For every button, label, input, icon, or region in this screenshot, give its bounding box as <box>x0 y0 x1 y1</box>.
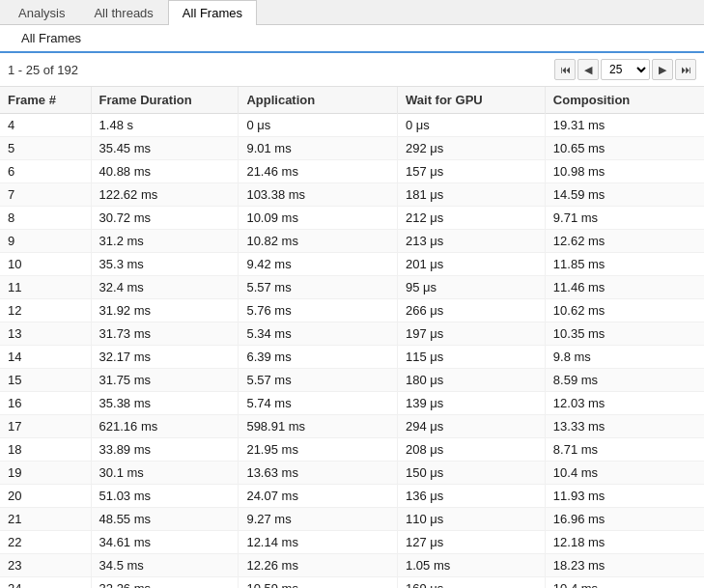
table-row[interactable]: 1833.89 ms21.95 ms208 μs8.71 ms <box>0 438 704 462</box>
page-size-select[interactable]: 10 25 50 100 <box>601 59 650 80</box>
table-cell: 95 μs <box>398 276 546 299</box>
table-cell: 103.38 ms <box>239 183 398 207</box>
tab-all-frames[interactable]: All Frames <box>168 0 257 25</box>
table-cell: 21.46 ms <box>239 160 398 183</box>
col-header-duration[interactable]: Frame Duration <box>91 87 239 114</box>
table-cell: 9 <box>0 230 91 253</box>
table-cell: 14 <box>0 346 91 369</box>
table-cell: 8.71 ms <box>545 438 704 462</box>
subtab-all-frames[interactable]: All Frames <box>8 25 95 53</box>
table-cell: 7 <box>0 183 91 207</box>
table-cell: 31.2 ms <box>91 230 239 253</box>
range-label: 1 - 25 of 192 <box>8 63 549 77</box>
nav-controls: ⏮ ◀ 10 25 50 100 ▶ ⏭ <box>554 59 696 80</box>
table-row[interactable]: 7122.62 ms103.38 ms181 μs14.59 ms <box>0 183 704 207</box>
table-cell: 13 <box>0 322 91 346</box>
table-cell: 5 <box>0 137 91 160</box>
table-row[interactable]: 1930.1 ms13.63 ms150 μs10.4 ms <box>0 462 704 485</box>
table-cell: 51.03 ms <box>91 485 239 508</box>
table-cell: 19 <box>0 462 91 485</box>
table-cell: 32.26 ms <box>91 577 239 589</box>
table-cell: 32.4 ms <box>91 276 239 299</box>
table-cell: 9.01 ms <box>239 137 398 160</box>
table-cell: 17 <box>0 415 91 438</box>
table-cell: 201 μs <box>398 253 546 276</box>
table-cell: 12.03 ms <box>545 392 704 415</box>
table-cell: 30.1 ms <box>91 462 239 485</box>
pagination-toolbar: 1 - 25 of 192 ⏮ ◀ 10 25 50 100 ▶ ⏭ <box>0 53 704 87</box>
table-cell: 31.73 ms <box>91 322 239 346</box>
table-cell: 12.26 ms <box>239 554 398 577</box>
table-row[interactable]: 1531.75 ms5.57 ms180 μs8.59 ms <box>0 369 704 392</box>
table-row[interactable]: 640.88 ms21.46 ms157 μs10.98 ms <box>0 160 704 183</box>
table-cell: 8.59 ms <box>545 369 704 392</box>
table-cell: 35.3 ms <box>91 253 239 276</box>
table-cell: 21.95 ms <box>239 438 398 462</box>
table-cell: 6.39 ms <box>239 346 398 369</box>
table-cell: 16 <box>0 392 91 415</box>
table-cell: 169 μs <box>398 577 546 589</box>
table-row[interactable]: 535.45 ms9.01 ms292 μs10.65 ms <box>0 137 704 160</box>
tab-all-threads[interactable]: All threads <box>79 0 167 25</box>
table-cell: 10.82 ms <box>239 230 398 253</box>
table-cell: 9.71 ms <box>545 207 704 230</box>
table-cell: 23 <box>0 554 91 577</box>
col-header-gpu[interactable]: Wait for GPU <box>398 87 546 114</box>
table-cell: 127 μs <box>398 531 546 554</box>
table-cell: 5.34 ms <box>239 322 398 346</box>
table-cell: 32.17 ms <box>91 346 239 369</box>
table-cell: 180 μs <box>398 369 546 392</box>
col-header-composition[interactable]: Composition <box>545 87 704 114</box>
table-cell: 10.62 ms <box>545 299 704 322</box>
table-cell: 10.09 ms <box>239 207 398 230</box>
table-cell: 213 μs <box>398 230 546 253</box>
table-row[interactable]: 2432.26 ms10.59 ms169 μs10.4 ms <box>0 577 704 589</box>
table-row[interactable]: 830.72 ms10.09 ms212 μs9.71 ms <box>0 207 704 230</box>
table-cell: 5.76 ms <box>239 299 398 322</box>
last-page-button[interactable]: ⏭ <box>675 59 696 80</box>
table-cell: 115 μs <box>398 346 546 369</box>
table-row[interactable]: 1331.73 ms5.34 ms197 μs10.35 ms <box>0 322 704 346</box>
table-row[interactable]: 1635.38 ms5.74 ms139 μs12.03 ms <box>0 392 704 415</box>
next-page-button[interactable]: ▶ <box>652 59 673 80</box>
table-cell: 11.85 ms <box>545 253 704 276</box>
frames-table: Frame # Frame Duration Application Wait … <box>0 87 704 588</box>
table-cell: 14.59 ms <box>545 183 704 207</box>
table-cell: 9.42 ms <box>239 253 398 276</box>
tab-bar: Analysis All threads All Frames <box>0 0 704 25</box>
table-cell: 12.14 ms <box>239 531 398 554</box>
table-row[interactable]: 2051.03 ms24.07 ms136 μs11.93 ms <box>0 485 704 508</box>
table-cell: 13.33 ms <box>545 415 704 438</box>
table-cell: 9.8 ms <box>545 346 704 369</box>
table-row[interactable]: 17621.16 ms598.91 ms294 μs13.33 ms <box>0 415 704 438</box>
col-header-frame[interactable]: Frame # <box>0 87 91 114</box>
table-row[interactable]: 2334.5 ms12.26 ms1.05 ms18.23 ms <box>0 554 704 577</box>
table-cell: 9.27 ms <box>239 508 398 531</box>
table-row[interactable]: 1432.17 ms6.39 ms115 μs9.8 ms <box>0 346 704 369</box>
table-cell: 157 μs <box>398 160 546 183</box>
table-cell: 30.72 ms <box>91 207 239 230</box>
first-page-button[interactable]: ⏮ <box>554 59 576 80</box>
prev-page-button[interactable]: ◀ <box>577 59 599 80</box>
table-cell: 24.07 ms <box>239 485 398 508</box>
table-cell: 0 μs <box>239 114 398 137</box>
tab-analysis[interactable]: Analysis <box>4 0 79 25</box>
table-cell: 34.61 ms <box>91 531 239 554</box>
col-header-application[interactable]: Application <box>239 87 398 114</box>
table-row[interactable]: 931.2 ms10.82 ms213 μs12.62 ms <box>0 230 704 253</box>
table-cell: 122.62 ms <box>91 183 239 207</box>
table-row[interactable]: 1231.92 ms5.76 ms266 μs10.62 ms <box>0 299 704 322</box>
table-row[interactable]: 41.48 s0 μs0 μs19.31 ms <box>0 114 704 137</box>
table-cell: 16.96 ms <box>545 508 704 531</box>
table-row[interactable]: 2234.61 ms12.14 ms127 μs12.18 ms <box>0 531 704 554</box>
table-cell: 12.18 ms <box>545 531 704 554</box>
table-row[interactable]: 2148.55 ms9.27 ms110 μs16.96 ms <box>0 508 704 531</box>
table-row[interactable]: 1132.4 ms5.57 ms95 μs11.46 ms <box>0 276 704 299</box>
table-cell: 4 <box>0 114 91 137</box>
table-cell: 621.16 ms <box>91 415 239 438</box>
subtab-bar: All Frames <box>0 25 704 53</box>
table-cell: 110 μs <box>398 508 546 531</box>
table-cell: 10.65 ms <box>545 137 704 160</box>
table-row[interactable]: 1035.3 ms9.42 ms201 μs11.85 ms <box>0 253 704 276</box>
table-cell: 21 <box>0 508 91 531</box>
